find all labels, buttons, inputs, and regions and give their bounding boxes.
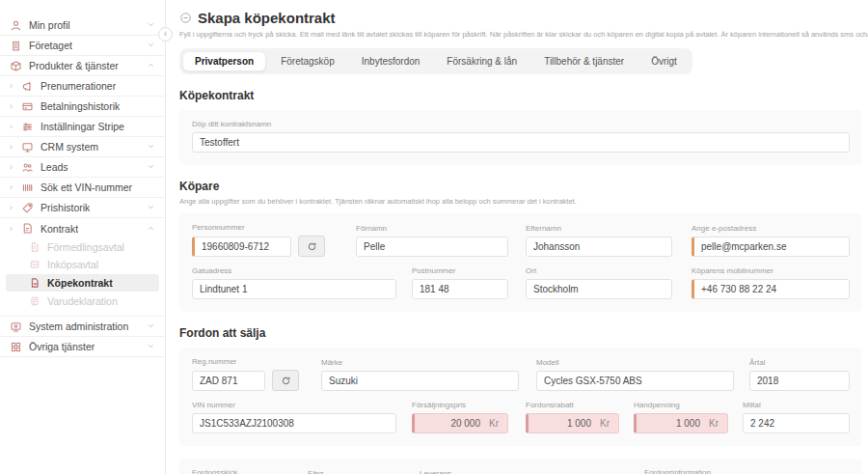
page-title-icon: [179, 12, 192, 24]
modell-label: Modell: [536, 358, 734, 367]
handpenning-value: 1 000: [676, 418, 700, 429]
sidebar-item-label: Varudeklaration: [47, 295, 118, 307]
sidebar-item-installningar-stripe[interactable]: › Inställningar Stripe: [0, 117, 165, 137]
marke-label: Märke: [321, 358, 519, 367]
mobilnummer-input[interactable]: [692, 279, 850, 299]
sidebar-item-label: Prishistorik: [41, 202, 90, 213]
chevron-down-icon: [147, 40, 155, 51]
miltal-label: Miltal: [743, 401, 850, 409]
fordonsrabatt-input[interactable]: 1 000Kr: [526, 413, 619, 433]
personnummer-refresh-button[interactable]: [298, 236, 325, 257]
gatuadress-label: Gatuadress: [192, 266, 396, 275]
section-title-kopekontrakt: Köpekontrakt: [179, 89, 862, 102]
chevron-up-icon: [147, 223, 155, 235]
tab-foretagskop[interactable]: Företagsköp: [268, 51, 347, 71]
fornamn-input[interactable]: [356, 237, 508, 257]
contract-type-tabs: Privatperson Företagsköp Inbytesfordon F…: [179, 48, 692, 74]
contract-name-input[interactable]: [192, 132, 850, 153]
sidebar-item-label: Kontrakt: [41, 223, 78, 235]
users-icon: [21, 161, 34, 174]
subscriptions-icon: [21, 80, 34, 93]
sidebar-item-kopekontrakt[interactable]: Köpekontrakt: [6, 274, 159, 292]
system-admin-icon: [10, 321, 22, 333]
vin-input[interactable]: [192, 413, 396, 433]
sidebar-item-label: Inköpsavtal: [47, 259, 98, 270]
collapse-sidebar-button[interactable]: ‹: [158, 27, 173, 42]
chevron-down-icon: [147, 19, 155, 31]
contract-icon: [21, 222, 34, 235]
postnummer-input[interactable]: [412, 279, 508, 299]
tab-tillbehor-tjanster[interactable]: Tillbehör & tjänster: [531, 51, 637, 71]
sidebar-item-label: CRM system: [41, 141, 98, 153]
sidebar-item-leads[interactable]: › Leads: [0, 157, 165, 178]
miltal-input[interactable]: [743, 413, 850, 433]
document-icon: [29, 241, 41, 254]
sidebar-item-label: Köpekontrakt: [47, 277, 113, 289]
tab-inbytesfordon[interactable]: Inbytesfordon: [349, 51, 433, 71]
sidebar-item-crm-system[interactable]: › CRM system: [0, 137, 165, 157]
sidebar-item-label: Produkter & tjänster: [29, 60, 119, 71]
efternamn-label: Efternamn: [526, 224, 672, 233]
forsaljningspris-label: Försäljningspris: [412, 401, 508, 409]
vehicle-card: Reg.nummer Märke Modell Årtal: [179, 348, 862, 446]
sidebar-item-formedlingsavtal[interactable]: Förmedlingsavtal: [0, 238, 165, 256]
sidebar-item-foretaget[interactable]: Företaget: [0, 36, 165, 56]
artal-input[interactable]: [749, 371, 850, 391]
sidebar-item-varudeklaration[interactable]: Varudeklaration: [0, 293, 165, 310]
postnummer-label: Postnummer: [412, 266, 508, 275]
chevron-right-icon: ›: [10, 224, 14, 234]
regnummer-input[interactable]: [192, 371, 265, 391]
vin-label: VIN nummer: [192, 401, 396, 409]
fordonsskick-label: Fordonsskick: [192, 468, 290, 474]
sidebar-item-ovriga-tjanster[interactable]: Övriga tjänster: [0, 337, 165, 357]
sidebar-item-system-administration[interactable]: System administration: [0, 317, 165, 337]
sidebar-item-min-profil[interactable]: Min profil: [0, 15, 165, 36]
regnummer-label: Reg.nummer: [192, 357, 300, 366]
tab-privatperson[interactable]: Privatperson: [182, 51, 266, 71]
handpenning-input[interactable]: 1 000Kr: [634, 413, 728, 433]
building-icon: [10, 40, 22, 52]
ort-input[interactable]: [526, 279, 672, 299]
sliders-icon: [21, 121, 34, 133]
condition-card: Fordonsskick Nyskick Färg Leverans Fordo…: [179, 459, 862, 474]
sidebar-item-label: Företaget: [29, 40, 72, 51]
tab-forsakring-lan[interactable]: Försäkring & lån: [434, 51, 529, 71]
efternamn-input[interactable]: [526, 237, 672, 257]
ort-label: Ort: [526, 266, 672, 275]
currency-unit: Kr: [709, 418, 719, 429]
farg-label: Färg: [308, 469, 404, 474]
personnummer-input[interactable]: [192, 237, 291, 257]
page-title: Skapa köpekontrakt: [198, 10, 336, 26]
page-subtitle: Fyll i uppgifterna och tryck på skicka. …: [179, 30, 862, 39]
fordonsrabatt-value: 1 000: [567, 418, 591, 429]
artal-label: Årtal: [749, 358, 850, 367]
document-icon: [29, 259, 41, 271]
sidebar-item-prishistorik[interactable]: › Prishistorik: [0, 198, 165, 218]
user-icon: [10, 19, 22, 32]
marke-input[interactable]: [321, 371, 519, 391]
sidebar-item-label: System administration: [29, 321, 128, 332]
regnummer-refresh-button[interactable]: [272, 370, 299, 391]
chevron-down-icon: [147, 161, 155, 173]
payment-card-icon: [21, 100, 34, 113]
sidebar: Min profil Företaget Produkter & tjänste…: [0, 0, 166, 474]
sidebar-item-produkter-tjanster[interactable]: Produkter & tjänster: [0, 56, 165, 76]
app-window: Min profil Företaget Produkter & tjänste…: [0, 0, 868, 474]
sidebar-item-betalningshistorik[interactable]: › Betalningshistorik: [0, 97, 165, 117]
modell-input[interactable]: [536, 371, 734, 391]
chevron-down-icon: [147, 341, 155, 352]
currency-unit: Kr: [600, 418, 610, 429]
gatuadress-input[interactable]: [192, 279, 396, 299]
epost-input[interactable]: [692, 237, 850, 257]
tab-ovrigt[interactable]: Övrigt: [638, 51, 690, 71]
sidebar-item-sok-vin-nummer[interactable]: › Sök ett VIN-nummer: [0, 178, 165, 198]
chevron-right-icon: ›: [10, 203, 14, 212]
buyer-card: Personnummer Förnamn Efternamn Ange e-po…: [179, 213, 862, 312]
sidebar-item-kontrakt[interactable]: › Kontrakt: [0, 218, 165, 238]
contract-name-card: Döp ditt kontraktsnamn: [179, 110, 862, 165]
sidebar-item-inkopsavtal[interactable]: Inköpsavtal: [0, 256, 165, 273]
forsaljningspris-input[interactable]: 20 000Kr: [412, 413, 508, 433]
chevron-down-icon: [147, 202, 155, 213]
fornamn-label: Förnamn: [356, 224, 508, 233]
sidebar-item-prenumerationer[interactable]: › Prenumerationer: [0, 76, 165, 97]
